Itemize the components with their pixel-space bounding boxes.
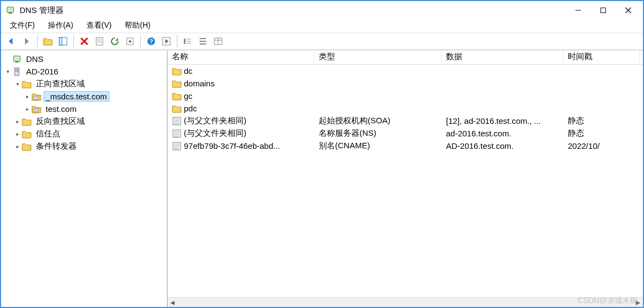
- folder-icon: [172, 91, 182, 101]
- zone-icon: [32, 104, 41, 114]
- folder-icon: [172, 104, 182, 114]
- view-list1-button[interactable]: [181, 34, 195, 48]
- tree-node-msdcs[interactable]: ▸ _msdcs.test.com: [1, 90, 167, 103]
- export-button[interactable]: [123, 34, 137, 48]
- table-row[interactable]: (与父文件夹相同)起始授权机构(SOA)[12], ad-2016.test.c…: [168, 115, 643, 127]
- tree-node-dns[interactable]: DNS: [1, 53, 167, 65]
- column-header-row: 名称 类型 数据 时间戳: [168, 51, 643, 65]
- record-name: (与父文件夹相同): [184, 128, 246, 139]
- tree-label: 正向查找区域: [34, 78, 87, 90]
- record-list[interactable]: dcdomainsgcpdc(与父文件夹相同)起始授权机构(SOA)[12], …: [168, 65, 643, 297]
- column-header-data[interactable]: 数据: [442, 51, 564, 64]
- tree-label: test.com: [44, 104, 79, 114]
- svg-rect-14: [601, 8, 606, 13]
- record-icon: [172, 129, 182, 139]
- folder-icon: [22, 79, 32, 89]
- record-icon: [172, 116, 182, 126]
- svg-text:?: ?: [150, 38, 153, 45]
- view-list3-button[interactable]: [211, 34, 225, 48]
- tree-label: 信任点: [34, 128, 63, 140]
- scroll-track[interactable]: [187, 298, 623, 307]
- table-row[interactable]: pdc: [168, 102, 643, 115]
- record-name: dc: [184, 66, 193, 76]
- record-name: pdc: [184, 104, 197, 113]
- table-row[interactable]: domains: [168, 77, 643, 90]
- properties-button[interactable]: [92, 34, 107, 48]
- view-list2-button[interactable]: [196, 34, 210, 48]
- chevron-right-icon[interactable]: ▸: [13, 117, 22, 126]
- record-data: AD-2016.test.com.: [442, 141, 564, 150]
- close-button[interactable]: [616, 2, 641, 19]
- scroll-left-icon[interactable]: ◂: [168, 298, 177, 307]
- tree-node-forward-zones[interactable]: ▾ 正向查找区域: [1, 78, 167, 90]
- chevron-right-icon[interactable]: ▸: [13, 130, 22, 139]
- record-ts: 2022/10/: [564, 141, 640, 150]
- horizontal-scrollbar[interactable]: ◂ ▸: [168, 297, 643, 307]
- server-icon: [12, 67, 22, 77]
- column-header-name[interactable]: 名称: [168, 51, 314, 64]
- window-title: DNS 管理器: [20, 5, 566, 16]
- forward-button[interactable]: [20, 34, 34, 48]
- scroll-right-icon[interactable]: ▸: [633, 298, 643, 307]
- details-pane: 名称 类型 数据 时间戳 dcdomainsgcpdc(与父文件夹相同)起始授权…: [168, 51, 643, 307]
- chevron-down-icon[interactable]: ▾: [3, 67, 12, 76]
- tree-node-server[interactable]: ▾ AD-2016: [1, 65, 167, 78]
- minimize-button[interactable]: [566, 2, 591, 19]
- tree-label: 反向查找区域: [34, 116, 87, 127]
- zone-icon: [32, 92, 41, 102]
- record-name: domains: [184, 79, 215, 88]
- table-row[interactable]: (与父文件夹相同)名称服务器(NS)ad-2016.test.com.静态: [168, 127, 643, 140]
- record-ts: 静态: [564, 128, 640, 139]
- run-button[interactable]: [159, 34, 174, 48]
- folder-icon: [172, 79, 182, 89]
- tree-label: AD-2016: [24, 66, 60, 77]
- back-button[interactable]: [4, 34, 18, 48]
- folder-icon: [22, 129, 32, 139]
- toolbar: ?: [1, 33, 643, 50]
- record-data: [12], ad-2016.test.com., ...: [442, 116, 564, 125]
- table-row[interactable]: dc: [168, 65, 643, 77]
- chevron-right-icon[interactable]: ▸: [23, 92, 32, 101]
- help-button[interactable]: ?: [144, 34, 158, 48]
- chevron-right-icon[interactable]: ▸: [13, 142, 22, 151]
- menu-view[interactable]: 查看(V): [80, 20, 119, 33]
- tree-node-trust-points[interactable]: ▸ 信任点: [1, 128, 167, 140]
- record-icon: [172, 141, 182, 151]
- table-row[interactable]: gc: [168, 90, 643, 102]
- column-header-ts[interactable]: 时间戳: [564, 51, 640, 64]
- record-name: gc: [184, 91, 193, 100]
- tree-node-reverse-zones[interactable]: ▸ 反向查找区域: [1, 115, 167, 128]
- record-type: 名称服务器(NS): [314, 128, 442, 139]
- svg-rect-21: [96, 37, 103, 45]
- record-data: ad-2016.test.com.: [442, 129, 564, 138]
- menu-file[interactable]: 文件(F): [3, 20, 41, 33]
- folder-icon: [172, 66, 182, 76]
- svg-rect-29: [184, 39, 185, 44]
- tree-label: _msdcs.test.com: [44, 91, 109, 102]
- up-button[interactable]: [41, 34, 55, 48]
- chevron-down-icon[interactable]: ▾: [13, 80, 22, 89]
- chevron-right-icon[interactable]: ▸: [23, 105, 32, 114]
- table-row[interactable]: 97efb79b-3c7f-46eb-abd...别名(CNAME)AD-201…: [168, 140, 643, 152]
- titlebar: DNS 管理器: [1, 1, 643, 20]
- folder-icon: [22, 117, 32, 127]
- dns-icon: [12, 54, 22, 64]
- tree-label: 条件转发器: [34, 141, 79, 152]
- console-tree-button[interactable]: [56, 34, 70, 48]
- svg-rect-18: [59, 37, 62, 45]
- delete-button[interactable]: [77, 34, 91, 48]
- app-icon: [5, 5, 15, 15]
- menu-help[interactable]: 帮助(H): [118, 20, 157, 33]
- record-name: 97efb79b-3c7f-46eb-abd...: [184, 141, 280, 150]
- tree-node-testcom[interactable]: ▸ test.com: [1, 103, 167, 115]
- tree-node-conditional-forwarders[interactable]: ▸ 条件转发器: [1, 140, 167, 153]
- folder-icon: [22, 142, 32, 152]
- menu-action[interactable]: 操作(A): [41, 20, 80, 33]
- record-type: 起始授权机构(SOA): [314, 116, 442, 126]
- refresh-button[interactable]: [108, 34, 122, 48]
- maximize-button[interactable]: [591, 2, 616, 19]
- menubar: 文件(F) 操作(A) 查看(V) 帮助(H): [1, 20, 643, 33]
- record-ts: 静态: [564, 116, 640, 126]
- console-tree[interactable]: DNS ▾ AD-2016 ▾ 正向查找区域 ▸ _msdcs.test.com…: [1, 51, 168, 307]
- column-header-type[interactable]: 类型: [314, 51, 442, 64]
